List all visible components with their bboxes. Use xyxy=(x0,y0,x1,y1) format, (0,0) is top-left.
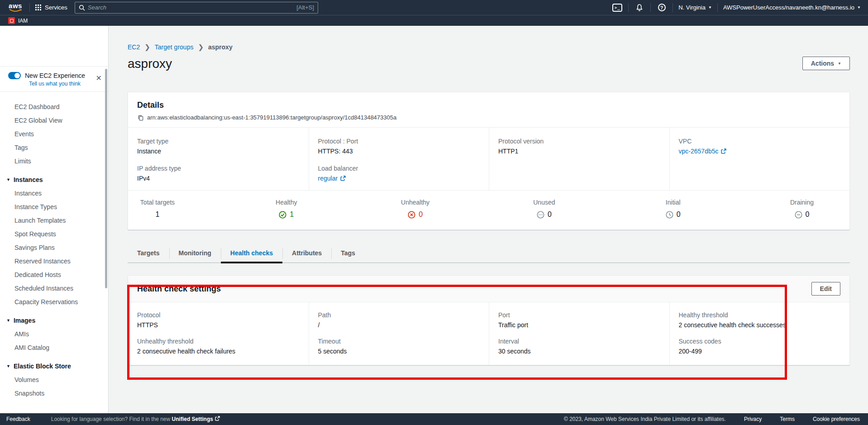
field-value: HTTP1 xyxy=(498,148,660,155)
sidebar: New EC2 Experience Tell us what you thin… xyxy=(0,26,109,413)
tab-health-checks[interactable]: Health checks xyxy=(221,244,282,263)
field-label: Protocol xyxy=(137,311,300,319)
account-menu[interactable]: AWSPowerUserAccess/navaneeth.kn@harness.… xyxy=(723,4,861,11)
sidebar-item-instance-types[interactable]: Instance Types xyxy=(0,200,108,214)
sidebar-item-amis[interactable]: AMIs xyxy=(0,327,108,341)
sidebar-item-reserved-instances[interactable]: Reserved Instances xyxy=(0,254,108,268)
external-link-icon xyxy=(720,148,726,154)
counter-value: 1 xyxy=(290,210,294,219)
tab-tags[interactable]: Tags xyxy=(331,244,365,263)
vpc-link[interactable]: vpc-2657db5c xyxy=(679,148,719,155)
cloudshell-terminal-icon: >_ xyxy=(612,4,622,12)
tell-us-link[interactable]: Tell us what you think xyxy=(29,81,102,87)
actions-button-label: Actions xyxy=(811,60,834,67)
tab-attributes[interactable]: Attributes xyxy=(282,244,331,263)
new-experience-toggle[interactable] xyxy=(8,72,21,79)
top-navigation-bar: aws Services [Alt+S] >_ ? N. Virginia ▼ … xyxy=(0,0,868,15)
counter-unhealthy: Unhealthy 0 xyxy=(395,199,436,219)
counter-label: Unhealthy xyxy=(395,199,436,206)
field-label: Protocol : Port xyxy=(318,138,480,145)
field-value: 2 consecutive health check failures xyxy=(137,348,300,355)
actions-button[interactable]: Actions ▼ xyxy=(802,57,850,70)
terms-link[interactable]: Terms xyxy=(780,416,795,422)
sidebar-item-instances[interactable]: Instances xyxy=(0,186,108,200)
counter-value: 0 xyxy=(548,210,552,219)
sidebar-item-ec2-global-view[interactable]: EC2 Global View xyxy=(0,114,108,127)
services-grid-icon xyxy=(35,5,41,10)
sidebar-item-snapshots[interactable]: Snapshots xyxy=(0,387,108,400)
cloudshell-button[interactable]: >_ xyxy=(612,3,623,13)
search-shortcut-hint: [Alt+S] xyxy=(296,4,314,11)
field-label: Load balancer xyxy=(318,165,480,172)
global-search-box[interactable]: [Alt+S] xyxy=(75,2,318,14)
language-notice-text: Looking for language selection? Find it … xyxy=(51,416,171,422)
unified-settings-link[interactable]: Unified Settings xyxy=(172,416,213,422)
search-input[interactable] xyxy=(88,4,294,11)
tab-monitoring[interactable]: Monitoring xyxy=(169,244,221,263)
sidebar-item-dedicated-hosts[interactable]: Dedicated Hosts xyxy=(0,268,108,282)
field-value: Traffic port xyxy=(498,321,660,329)
field-label: Success codes xyxy=(679,338,841,345)
sidebar-item-scheduled-instances[interactable]: Scheduled Instances xyxy=(0,282,108,295)
sidebar-item-savings-plans[interactable]: Savings Plans xyxy=(0,241,108,254)
account-label: AWSPowerUserAccess/navaneeth.kn@harness.… xyxy=(723,4,854,11)
cookie-preferences-link[interactable]: Cookie preferences xyxy=(813,416,860,422)
counter-label: Total targets xyxy=(137,199,178,206)
sidebar-item-tags[interactable]: Tags xyxy=(0,141,108,154)
divider xyxy=(650,3,651,12)
load-balancer-link[interactable]: regular xyxy=(318,175,338,182)
copy-icon[interactable] xyxy=(137,114,144,121)
field-label: Interval xyxy=(498,338,660,345)
aws-smile-icon xyxy=(9,9,22,12)
field-label: Path xyxy=(318,311,480,319)
sidebar-section-images[interactable]: ▼ Images xyxy=(0,312,108,327)
counter-initial: Initial 0 xyxy=(653,199,693,219)
edit-button[interactable]: Edit xyxy=(811,282,840,296)
close-icon[interactable]: ✕ xyxy=(96,74,102,82)
services-menu-button[interactable]: Services xyxy=(35,4,67,11)
sidebar-scrollbar[interactable] xyxy=(105,69,107,288)
field-value: HTTPS xyxy=(137,321,300,329)
counter-unused: Unused 0 xyxy=(524,199,564,219)
question-mark-icon: ? xyxy=(658,4,666,11)
clock-circle-icon xyxy=(666,211,673,219)
feedback-link[interactable]: Feedback xyxy=(6,416,30,422)
favorite-iam-link[interactable]: IAM xyxy=(8,17,28,24)
counter-value: 0 xyxy=(677,210,681,219)
bell-icon xyxy=(635,4,644,12)
triangle-down-icon: ▼ xyxy=(6,177,10,182)
breadcrumb-ec2[interactable]: EC2 xyxy=(128,43,140,51)
banner-title: New EC2 Experience xyxy=(25,72,85,79)
sidebar-item-volumes[interactable]: Volumes xyxy=(0,373,108,387)
field-label: Healthy threshold xyxy=(679,311,841,319)
language-notice: Looking for language selection? Find it … xyxy=(51,416,220,422)
aws-logo[interactable]: aws xyxy=(7,3,24,12)
tab-targets[interactable]: Targets xyxy=(128,244,169,263)
aws-logo-text: aws xyxy=(9,3,22,9)
copyright-text: © 2023, Amazon Web Services India Privat… xyxy=(564,416,726,422)
region-selector[interactable]: N. Virginia ▼ xyxy=(678,4,712,11)
sidebar-item-ami-catalog[interactable]: AMI Catalog xyxy=(0,341,108,354)
triangle-down-icon: ▼ xyxy=(6,364,10,368)
sidebar-section-label: Images xyxy=(14,317,35,324)
help-button[interactable]: ? xyxy=(656,3,667,13)
privacy-link[interactable]: Privacy xyxy=(744,416,762,422)
services-label: Services xyxy=(45,4,67,11)
sidebar-item-launch-templates[interactable]: Launch Templates xyxy=(0,214,108,227)
sidebar-item-events[interactable]: Events xyxy=(0,127,108,141)
counter-value: 1 xyxy=(156,210,160,219)
sidebar-section-elastic-block-store[interactable]: ▼ Elastic Block Store xyxy=(0,358,108,373)
sidebar-section-instances[interactable]: ▼ Instances xyxy=(0,172,108,186)
counter-label: Healthy xyxy=(266,199,307,206)
field-label: Timeout xyxy=(318,338,480,345)
breadcrumb-target-groups[interactable]: Target groups xyxy=(155,43,194,51)
edit-button-label: Edit xyxy=(820,285,832,292)
divider xyxy=(672,3,673,12)
sidebar-item-capacity-reservations[interactable]: Capacity Reservations xyxy=(0,295,108,309)
sidebar-item-limits[interactable]: Limits xyxy=(0,154,108,168)
notifications-button[interactable] xyxy=(634,3,645,13)
sidebar-item-spot-requests[interactable]: Spot Requests xyxy=(0,227,108,241)
field-value: 2 consecutive health check successes xyxy=(679,321,841,329)
sidebar-item-ec2-dashboard[interactable]: EC2 Dashboard xyxy=(0,100,108,114)
chevron-right-icon: ❯ xyxy=(198,43,204,51)
